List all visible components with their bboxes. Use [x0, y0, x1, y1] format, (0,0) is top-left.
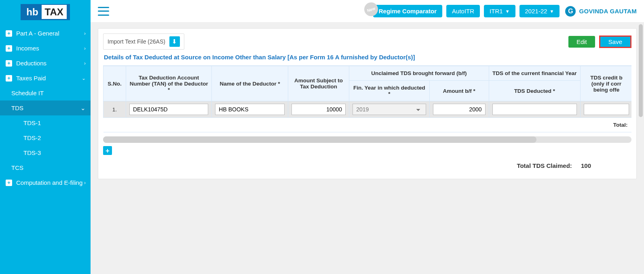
- fin-year-select[interactable]: 2019: [353, 104, 426, 115]
- chevron-down-icon: ⌄: [82, 75, 86, 81]
- sidebar-item-tds3[interactable]: TDS-3: [0, 145, 91, 160]
- sidebar: hbTAX + Part A - General › + Incomes › +…: [0, 0, 91, 274]
- plus-icon: +: [6, 60, 12, 67]
- sidebar-item-taxespaid[interactable]: + Taxes Paid ⌄: [0, 71, 91, 86]
- sidebar-item-tds[interactable]: TDS ⌄: [0, 100, 91, 115]
- autoitr-button[interactable]: AutoITR: [446, 5, 480, 17]
- horizontal-scrollbar[interactable]: [103, 136, 631, 143]
- scrollbar-thumb[interactable]: [103, 136, 536, 143]
- edit-button[interactable]: Edit: [568, 36, 595, 48]
- table-row: 1. 2019: [103, 101, 632, 118]
- new-badge: New: [362, 1, 380, 18]
- sidebar-item-deductions[interactable]: + Deductions ›: [0, 56, 91, 71]
- col-amount-subject: Amount Subject to Tax Deduction: [288, 66, 349, 101]
- sidebar-item-label: Part A - General: [16, 30, 59, 37]
- chevron-right-icon: ›: [84, 180, 86, 186]
- import-text-file-button[interactable]: Import Text File (26AS) ⬇: [103, 33, 184, 50]
- username[interactable]: GOVINDA GAUTAM: [579, 8, 637, 15]
- sidebar-item-tds1[interactable]: TDS-1: [0, 115, 91, 130]
- deductor-name-input[interactable]: [215, 104, 285, 115]
- col-tds-current: TDS of the current financial Year: [489, 66, 580, 81]
- button-label: Import Text File (26AS): [108, 38, 165, 45]
- tds-credit-input[interactable]: [584, 104, 629, 115]
- sidebar-item-incomes[interactable]: + Incomes ›: [0, 41, 91, 56]
- year-dropdown[interactable]: 2021-22 ▼: [519, 5, 560, 17]
- sidebar-item-label: Incomes: [16, 45, 39, 52]
- sidebar-item-label: Computation and E-filing: [16, 179, 82, 186]
- tds-deducted-input[interactable]: [492, 104, 577, 115]
- total-label: Total:: [103, 118, 632, 132]
- sidebar-item-computation[interactable]: + Computation and E-filing ›: [0, 175, 91, 190]
- button-label: 2021-22: [525, 8, 547, 15]
- chevron-right-icon: ›: [84, 61, 86, 66]
- col-unclaimed: Unclaimed TDS brought forward (b/f): [349, 66, 489, 81]
- table-wrap: S.No. Tax Deduction Account Number (TAN)…: [103, 65, 631, 132]
- sidebar-item-label: TDS: [11, 105, 23, 111]
- amount-bf-input[interactable]: [433, 104, 486, 115]
- section-title: Details of Tax Deducted at Source on Inc…: [104, 54, 631, 61]
- col-fin-year: Fin. Year in which deducted *: [349, 81, 430, 101]
- plus-icon: +: [6, 180, 12, 186]
- vertical-scrollbar[interactable]: [639, 24, 643, 266]
- total-tds-value: 100: [581, 162, 591, 169]
- total-tds-label: Total TDS Claimed:: [517, 162, 572, 169]
- panel: Import Text File (26AS) ⬇ Edit Save Deta…: [98, 28, 637, 179]
- add-row-button[interactable]: +: [103, 146, 112, 155]
- plus-icon: +: [6, 30, 12, 37]
- tan-input[interactable]: [129, 104, 208, 115]
- col-tds-deducted: TDS Deducted *: [489, 81, 580, 101]
- tds-table: S.No. Tax Deduction Account Number (TAN)…: [103, 66, 631, 132]
- chevron-down-icon: ▼: [550, 9, 554, 14]
- logo: hbTAX: [0, 0, 91, 26]
- plus-icon: +: [6, 75, 12, 82]
- plus-icon: +: [6, 45, 12, 52]
- col-tds-credit: TDS credit b(only if corrbeing offe: [580, 66, 631, 101]
- regime-comparator-button[interactable]: New Regime Comparator: [373, 5, 442, 17]
- sidebar-item-scheduleit[interactable]: Schedule IT: [0, 86, 91, 100]
- sidebar-item-tds2[interactable]: TDS-2: [0, 130, 91, 145]
- itr-dropdown[interactable]: ITR1 ▼: [484, 5, 515, 17]
- save-button[interactable]: Save: [599, 36, 631, 48]
- total-row: Total:: [103, 118, 632, 132]
- col-sno: S.No.: [103, 66, 126, 101]
- amount-subject-input[interactable]: [291, 104, 346, 115]
- col-name: Name of the Deductor *: [212, 66, 288, 101]
- sidebar-item-label: Deductions: [16, 60, 46, 67]
- logo-tax: TAX: [42, 5, 67, 19]
- download-icon: ⬇: [169, 36, 180, 47]
- button-label: ITR1: [490, 8, 503, 15]
- sidebar-item-tcs[interactable]: TCS: [0, 160, 91, 175]
- chevron-right-icon: ›: [84, 46, 86, 51]
- main: New Regime Comparator AutoITR ITR1 ▼ 202…: [91, 0, 644, 274]
- avatar[interactable]: G: [565, 6, 576, 17]
- sidebar-item-parta[interactable]: + Part A - General ›: [0, 26, 91, 41]
- footer-total: Total TDS Claimed: 100: [103, 162, 631, 169]
- chevron-down-icon: ▼: [505, 9, 510, 14]
- scrollbar-thumb[interactable]: [639, 24, 643, 117]
- topbar: New Regime Comparator AutoITR ITR1 ▼ 202…: [91, 0, 644, 23]
- sidebar-item-label: Taxes Paid: [16, 75, 46, 82]
- button-label: Regime Comparator: [379, 8, 437, 15]
- cell-sno: 1.: [103, 101, 126, 118]
- menu-icon[interactable]: [98, 7, 109, 16]
- col-amount-bf: Amount b/f *: [429, 81, 489, 101]
- chevron-right-icon: ›: [84, 31, 86, 36]
- col-tan: Tax Deduction Account Number (TAN) of th…: [126, 66, 211, 101]
- chevron-down-icon: ⌄: [80, 105, 86, 112]
- logo-hb: hb: [24, 5, 40, 19]
